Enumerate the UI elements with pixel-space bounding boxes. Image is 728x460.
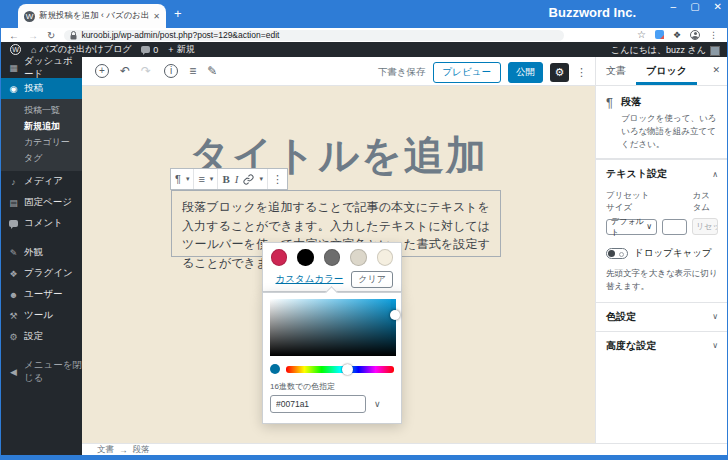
sidebar-item-tools[interactable]: ⚒ ツール — [0, 305, 82, 326]
hue-slider[interactable] — [286, 366, 394, 373]
custom-color-link[interactable]: カスタムカラー — [276, 273, 344, 286]
clear-color-button[interactable]: クリア — [351, 271, 393, 288]
hex-format-caret-icon[interactable]: ∨ — [374, 399, 381, 409]
sidebar-item-dashboard[interactable]: ▦ ダッシュボード — [0, 57, 82, 78]
sidebar-item-media[interactable]: ♪ メディア — [0, 171, 82, 192]
submenu-item-tags[interactable]: タグ — [0, 150, 82, 166]
greeting-text[interactable]: こんにちは、buzz さん — [611, 44, 706, 57]
browser-titlebar: W 新規投稿を追加 ‹ バズのお出かけブ ✕ + Buzzword Inc. –… — [0, 0, 728, 28]
new-content-label: 新規 — [177, 43, 195, 56]
undo-button[interactable]: ↶ — [120, 64, 130, 78]
sidebar-item-comments[interactable]: コメント — [0, 213, 82, 234]
tab-document[interactable]: 文書 — [596, 57, 636, 85]
window-minimize-button[interactable]: – — [671, 1, 677, 12]
block-navigation-button[interactable]: ≡ — [189, 64, 196, 78]
settings-gear-button[interactable]: ⚙ — [550, 63, 569, 82]
profile-icon[interactable] — [690, 30, 700, 40]
window-close-button[interactable]: ✕ — [714, 1, 722, 12]
submenu-item-add-new[interactable]: 新規追加 — [0, 118, 82, 134]
window-maximize-button[interactable]: ▢ — [690, 1, 699, 12]
block-toolbar: ¶ ▾ ≡ ▾ B I ▾ ⋮ — [170, 168, 288, 190]
hue-handle[interactable] — [342, 364, 353, 375]
edit-mode-pencil-icon[interactable]: ✎ — [207, 64, 217, 78]
new-tab-button[interactable]: + — [174, 6, 182, 21]
chevron-down-icon: ∨ — [712, 312, 718, 321]
bookmark-star-icon[interactable]: ☆ — [637, 29, 646, 40]
block-options-kebab-icon[interactable]: ⋮ — [272, 173, 283, 186]
color-settings-panel-header[interactable]: 色設定 ∨ — [596, 302, 728, 331]
new-content-link[interactable]: + 新規 — [168, 43, 194, 56]
align-icon[interactable]: ≡ — [198, 173, 204, 185]
color-swatch-background[interactable] — [377, 249, 393, 266]
pages-icon: ▤ — [8, 198, 19, 208]
chevron-up-icon: ∧ — [712, 170, 718, 179]
saturation-square[interactable] — [270, 299, 396, 356]
italic-button[interactable]: I — [235, 173, 239, 185]
dropcap-toggle[interactable] — [606, 248, 628, 259]
save-draft-button[interactable]: 下書き保存 — [378, 66, 426, 79]
tab-close-icon[interactable]: ✕ — [153, 12, 160, 21]
sidebar-item-plugins[interactable]: ❖ プラグイン — [0, 263, 82, 284]
preset-size-select[interactable]: デフォルト ∨ — [606, 219, 657, 235]
sidebar-item-settings[interactable]: ⚙ 設定 — [0, 326, 82, 347]
forward-button[interactable]: → — [28, 30, 38, 41]
block-inserter-button[interactable]: + — [95, 64, 109, 78]
publish-button[interactable]: 公開 — [508, 62, 543, 83]
more-tools-menu-icon[interactable]: ⋮ — [576, 66, 588, 79]
address-bar[interactable]: kuroobi.jp/wp-admin/post.php?post=129&ac… — [64, 30, 564, 41]
browser-tab[interactable]: W 新規投稿を追加 ‹ バズのお出かけブ ✕ — [18, 4, 166, 28]
redo-button[interactable]: ↷ — [141, 64, 151, 78]
bold-button[interactable]: B — [222, 173, 229, 185]
home-icon: ⌂ — [31, 45, 36, 55]
paragraph-block-icon[interactable]: ¶ — [175, 173, 181, 185]
content-info-button[interactable]: i — [164, 64, 178, 78]
extension-icon[interactable] — [655, 30, 664, 39]
dropcap-label: ドロップキャップ — [634, 247, 712, 260]
color-swatch-accent[interactable] — [271, 249, 287, 266]
plus-icon: + — [168, 45, 173, 55]
formatting-more-caret-icon[interactable]: ▾ — [259, 175, 263, 183]
chevron-down-icon: ∨ — [646, 222, 652, 231]
align-caret-icon[interactable]: ▾ — [210, 175, 214, 183]
sidebar-item-pages[interactable]: ▤ 固定ページ — [0, 192, 82, 213]
breadcrumb-document[interactable]: 文書 — [97, 444, 114, 456]
comments-link[interactable]: 0 — [141, 45, 158, 55]
dropcap-description: 先頭文字を大きな表示に切り替えます。 — [606, 267, 718, 293]
breadcrumb-block[interactable]: 段落 — [133, 444, 150, 456]
posts-submenu: 投稿一覧 新規追加 カテゴリー タグ — [0, 99, 82, 171]
block-name: 段落 — [621, 95, 718, 109]
sidebar-item-appearance[interactable]: ✎ 外観 — [0, 242, 82, 263]
sidebar-item-posts[interactable]: ◉ 投稿 — [0, 78, 82, 99]
media-icon: ♪ — [8, 177, 19, 187]
wp-logo-menu[interactable]: W — [10, 44, 21, 55]
sidebar-item-users[interactable]: ☻ ユーザー — [0, 284, 82, 305]
advanced-settings-panel-header[interactable]: 高度な設定 ∨ — [596, 331, 728, 360]
reload-button[interactable]: ↻ — [47, 30, 55, 41]
reset-button[interactable]: リセット — [692, 218, 718, 235]
link-button[interactable] — [243, 174, 254, 185]
post-title-placeholder[interactable]: タイトルを追加 — [82, 128, 595, 183]
block-description: ブロックを使って、いろいろな物語を組み立ててください。 — [621, 112, 718, 150]
saturation-handle[interactable] — [390, 310, 400, 320]
comment-count: 0 — [153, 45, 158, 55]
color-swatch-gray[interactable] — [324, 249, 340, 266]
close-inspector-icon[interactable]: ✕ — [712, 65, 720, 75]
color-swatch-subtle[interactable] — [350, 249, 366, 266]
extensions-puzzle-icon[interactable]: ❖ — [673, 30, 681, 40]
color-palette-popover: カスタムカラー クリア — [262, 242, 402, 292]
submenu-item-all-posts[interactable]: 投稿一覧 — [0, 102, 82, 118]
collapse-menu-button[interactable]: ◀ メニューを閉じる — [0, 361, 82, 382]
tab-title: 新規投稿を追加 ‹ バズのお出かけブ — [39, 10, 149, 22]
block-switcher-caret-icon[interactable]: ▾ — [186, 175, 190, 183]
browser-menu-icon[interactable]: ⋮ — [709, 30, 718, 40]
back-button[interactable]: ← — [9, 30, 19, 41]
text-settings-panel-header[interactable]: テキスト設定 ∧ — [596, 159, 728, 188]
lock-icon — [70, 31, 77, 40]
hex-input[interactable] — [270, 395, 366, 413]
color-swatch-black[interactable] — [297, 249, 313, 266]
window-title: Buzzword Inc. — [549, 5, 636, 20]
submenu-item-categories[interactable]: カテゴリー — [0, 134, 82, 150]
tab-block[interactable]: ブロック — [636, 57, 697, 85]
custom-size-input[interactable] — [662, 219, 687, 235]
preview-button[interactable]: プレビュー — [433, 62, 501, 83]
